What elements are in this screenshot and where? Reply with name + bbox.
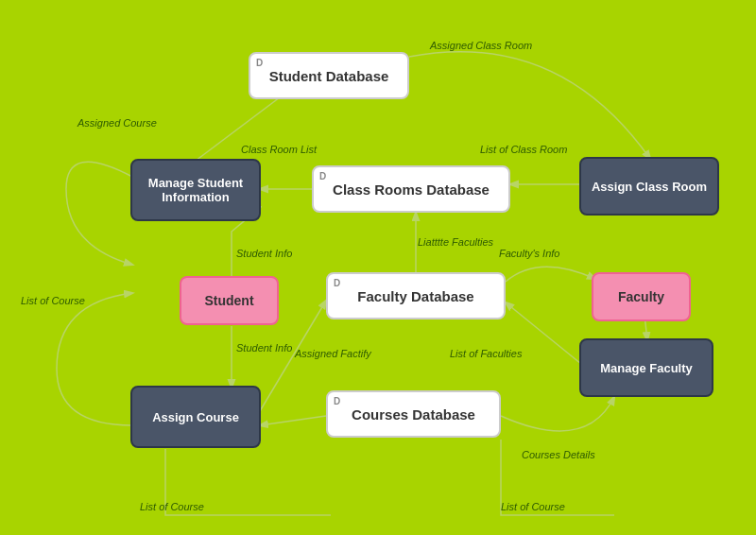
label-list-of-class-room: List of Class Room <box>480 144 567 155</box>
label-list-of-course-bottom-left: List of Course <box>140 501 204 512</box>
diagram-container: Assigned Class Room Class Room List List… <box>0 0 756 535</box>
courses-database-node[interactable]: D Courses Database <box>326 390 501 438</box>
label-student-info-1: Student Info <box>236 248 292 259</box>
label-list-of-faculties: List of Faculties <box>450 348 522 359</box>
class-rooms-database-node[interactable]: D Class Rooms Database <box>312 165 510 213</box>
student-database-node[interactable]: D Student Database <box>249 52 409 99</box>
label-assigned-class-room: Assigned Class Room <box>430 40 532 51</box>
label-courses-details: Courses Details <box>522 449 595 460</box>
assign-class-room-node[interactable]: Assign Class Room <box>579 157 719 216</box>
label-facultys-info: Faculty's Info <box>499 248 559 259</box>
label-student-info-2: Student Info <box>236 342 292 354</box>
label-list-of-course-bottom-right: List of Course <box>501 501 565 512</box>
label-assigned-course: Assigned Course <box>77 117 157 129</box>
faculty-node[interactable]: Faculty <box>592 272 691 321</box>
assign-course-node[interactable]: Assign Course <box>130 386 261 448</box>
manage-student-node[interactable]: Manage Student Information <box>130 159 261 221</box>
label-class-room-list: Class Room List <box>241 144 317 155</box>
student-node[interactable]: Student <box>180 276 279 325</box>
label-liatttte-faculties: Liatttte Faculties <box>418 236 493 248</box>
faculty-database-node[interactable]: D Faculty Database <box>326 272 506 319</box>
label-assigned-factify: Assigned Factify <box>295 348 371 359</box>
manage-faculty-node[interactable]: Manage Faculty <box>579 338 713 397</box>
label-list-of-course-left: List of Course <box>21 295 85 306</box>
